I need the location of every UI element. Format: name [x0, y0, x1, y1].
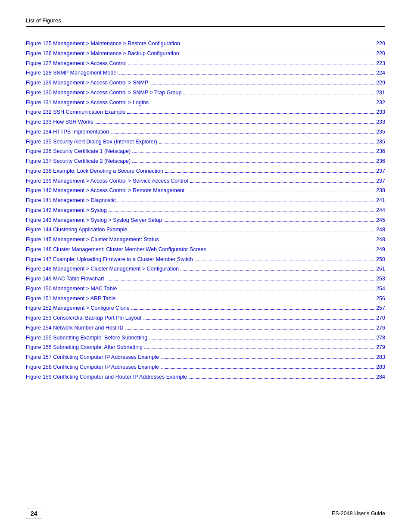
list-item: Figure 153 Console/Dial Backup Port Pin …	[26, 314, 385, 322]
toc-page: 235	[376, 128, 385, 136]
toc-dots	[132, 162, 374, 163]
list-item: Figure 133 How SSH Works233	[26, 118, 385, 126]
toc-link[interactable]: Figure 152 Management > Configure Clone	[26, 304, 130, 312]
toc-link[interactable]: Figure 131 Management > Access Control >…	[26, 99, 149, 107]
toc-dots	[118, 290, 374, 290]
toc-dots	[189, 378, 374, 379]
toc-link[interactable]: Figure 133 How SSH Works	[26, 118, 93, 126]
list-item: Figure 131 Management > Access Control >…	[26, 99, 385, 107]
toc-link[interactable]: Figure 145 Management > Cluster Manageme…	[26, 236, 159, 244]
toc-link[interactable]: Figure 136 Security Certificate 1 (Netsc…	[26, 147, 131, 156]
toc-page: 257	[376, 304, 385, 312]
toc-dots	[161, 358, 374, 359]
toc-link[interactable]: Figure 147 Example: Uploading Firmware t…	[26, 255, 193, 264]
list-item: Figure 141 Management > Diagnostic241	[26, 196, 385, 205]
toc-link[interactable]: Figure 159 Conflicting Computer and Rout…	[26, 373, 187, 381]
toc-dots	[195, 261, 374, 261]
list-item: Figure 130 Management > Access Control >…	[26, 89, 385, 97]
toc-link[interactable]: Figure 137 Security Certificate 2 (Netsc…	[26, 157, 131, 165]
toc-link[interactable]: Figure 142 Management > Syslog	[26, 206, 107, 215]
toc-dots	[127, 113, 374, 114]
guide-name: ES-2048 User's Guide	[332, 510, 385, 516]
toc-page: 250	[376, 255, 385, 264]
toc-link[interactable]: Figure 148 Management > Cluster Manageme…	[26, 265, 179, 273]
toc-link[interactable]: Figure 153 Console/Dial Backup Port Pin …	[26, 314, 141, 322]
list-item: Figure 155 Subnetting Example: Before Su…	[26, 334, 385, 342]
toc-dots	[159, 143, 374, 143]
list-item: Figure 156 Subnetting Example: After Sub…	[26, 343, 385, 352]
toc-link[interactable]: Figure 132 SSH Communication Example	[26, 108, 125, 116]
toc-page: 223	[376, 59, 385, 68]
toc-page: 236	[376, 157, 385, 165]
toc-dots	[186, 192, 374, 192]
list-item: Figure 148 Management > Cluster Manageme…	[26, 265, 385, 273]
list-item: Figure 146 Cluster Management: Cluster M…	[26, 246, 385, 254]
toc-link[interactable]: Figure 140 Management > Access Control >…	[26, 187, 184, 195]
toc-list: Figure 125 Management > Maintenance > Re…	[26, 40, 385, 381]
toc-page: 278	[376, 334, 385, 342]
toc-page: 244	[376, 206, 385, 215]
toc-page: 276	[376, 324, 385, 332]
list-item: Figure 158 Conflicting Computer IP Addre…	[26, 363, 385, 371]
toc-link[interactable]: Figure 146 Cluster Management: Cluster M…	[26, 246, 206, 254]
list-item: Figure 151 Management > ARP Table256	[26, 295, 385, 303]
toc-link[interactable]: Figure 127 Management > Access Control	[26, 59, 127, 68]
toc-link[interactable]: Figure 144 Clustering Application Exampl…	[26, 226, 128, 234]
toc-page: 238	[376, 187, 385, 195]
toc-link[interactable]: Figure 154 Network Number and Host ID	[26, 324, 123, 332]
list-item: Figure 137 Security Certificate 2 (Netsc…	[26, 157, 385, 165]
list-item: Figure 125 Management > Maintenance > Re…	[26, 40, 385, 48]
page-number: 24	[26, 508, 42, 519]
list-item: Figure 135 Security Alert Dialog Box (In…	[26, 138, 385, 146]
list-item: Figure 142 Management > Syslog244	[26, 206, 385, 215]
toc-link[interactable]: Figure 143 Management > Syslog > Syslog …	[26, 216, 162, 224]
toc-link[interactable]: Figure 129 Management > Access Control >…	[26, 79, 148, 87]
toc-page: 237	[376, 177, 385, 185]
toc-page: 245	[376, 216, 385, 224]
toc-link[interactable]: Figure 157 Conflicting Computer IP Addre…	[26, 353, 159, 361]
toc-page: 284	[376, 373, 385, 381]
toc-link[interactable]: Figure 156 Subnetting Example: After Sub…	[26, 343, 143, 352]
toc-dots	[182, 45, 374, 45]
toc-dots	[164, 221, 374, 222]
toc-page: 279	[376, 343, 385, 352]
toc-link[interactable]: Figure 158 Conflicting Computer IP Addre…	[26, 363, 159, 371]
toc-dots	[149, 339, 374, 339]
toc-page: 283	[376, 363, 385, 371]
list-item: Figure 154 Network Number and Host ID276	[26, 324, 385, 332]
toc-page: 248	[376, 226, 385, 234]
toc-dots	[106, 280, 374, 280]
toc-link[interactable]: Figure 126 Management > Maintenance > Ba…	[26, 50, 179, 58]
toc-dots	[119, 74, 374, 75]
toc-page: 220	[376, 50, 385, 58]
toc-link[interactable]: Figure 128 SNMP Management Model	[26, 69, 118, 77]
toc-page: 220	[376, 40, 385, 48]
toc-page: 251	[376, 265, 385, 273]
list-item: Figure 159 Conflicting Computer and Rout…	[26, 373, 385, 381]
toc-dots	[150, 104, 374, 104]
list-item: Figure 144 Clustering Application Exampl…	[26, 226, 385, 234]
toc-page: 254	[376, 285, 385, 293]
toc-link[interactable]: Figure 134 HTTPS Implementation	[26, 128, 109, 136]
toc-dots	[161, 368, 374, 369]
toc-link[interactable]: Figure 139 Management > Access Control >…	[26, 177, 188, 185]
toc-page: 248	[376, 236, 385, 244]
toc-link[interactable]: Figure 151 Management > ARP Table	[26, 295, 115, 303]
toc-dots	[109, 212, 374, 212]
toc-dots	[150, 84, 374, 84]
toc-link[interactable]: Figure 125 Management > Maintenance > Re…	[26, 40, 180, 48]
toc-dots	[117, 300, 374, 300]
toc-link[interactable]: Figure 149 MAC Table Flowchart	[26, 275, 104, 283]
toc-link[interactable]: Figure 138 Example: Lock Denoting a Secu…	[26, 167, 163, 175]
toc-link[interactable]: Figure 135 Security Alert Dialog Box (In…	[26, 138, 157, 146]
toc-link[interactable]: Figure 141 Management > Diagnostic	[26, 196, 116, 205]
toc-link[interactable]: Figure 155 Subnetting Example: Before Su…	[26, 334, 147, 342]
toc-page: 229	[376, 79, 385, 87]
toc-page: 256	[376, 295, 385, 303]
list-item: Figure 136 Security Certificate 1 (Netsc…	[26, 147, 385, 156]
toc-link[interactable]: Figure 130 Management > Access Control >…	[26, 89, 181, 97]
toc-dots	[143, 319, 374, 320]
list-item: Figure 129 Management > Access Control >…	[26, 79, 385, 87]
toc-page: 237	[376, 167, 385, 175]
toc-link[interactable]: Figure 150 Management > MAC Table	[26, 285, 117, 293]
